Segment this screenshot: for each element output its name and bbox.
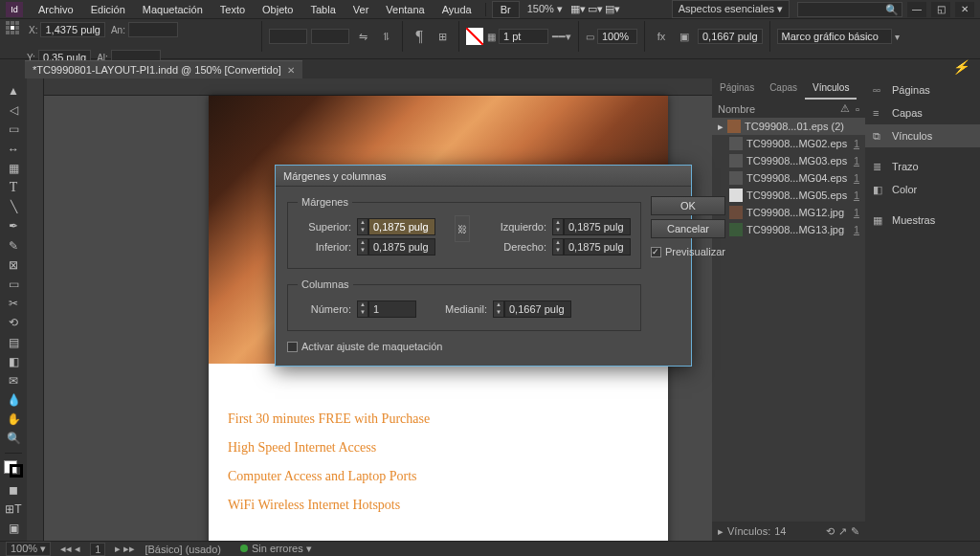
preflight-status[interactable]: Sin errores: [252, 543, 303, 554]
document-tab[interactable]: *TC9990801-LAYOUT-PI1.indd @ 150% [Conve…: [25, 60, 302, 78]
pencil-tool[interactable]: ✎: [3, 237, 24, 255]
zoom-dropdown[interactable]: 150% ▾: [522, 3, 568, 15]
cancel-button[interactable]: Cancelar: [651, 219, 725, 238]
fill-stroke-swatch[interactable]: [3, 459, 24, 478]
rect-frame-tool[interactable]: ⊠: [3, 256, 24, 274]
link-row[interactable]: TC99908...MG12.jpg1: [712, 204, 865, 221]
page-tool[interactable]: ▭: [3, 121, 24, 138]
scale-x-field[interactable]: [269, 29, 307, 44]
transform-tool[interactable]: ⟲: [3, 314, 24, 331]
ref-point-icon[interactable]: [6, 21, 23, 38]
page-number-field[interactable]: 1: [90, 543, 105, 556]
format-container-icon[interactable]: ⊞T: [3, 500, 24, 518]
fill-swatch[interactable]: [466, 28, 483, 45]
page-nav-next-icon[interactable]: ▸ ▸▸: [115, 543, 135, 555]
wrap-icon[interactable]: ▣: [675, 27, 694, 46]
ok-button[interactable]: OK: [651, 196, 725, 215]
body-text-line[interactable]: First 30 minutes FREE with Purchase: [228, 411, 430, 427]
hand-tool[interactable]: ✋: [3, 411, 24, 428]
columns-number-input[interactable]: [368, 300, 416, 318]
dock-item-color[interactable]: ◧Color: [865, 178, 980, 201]
margin-bottom-stepper[interactable]: ▲▼: [357, 238, 435, 256]
workspace-dropdown[interactable]: Aspectos esenciales ▾: [672, 0, 790, 18]
body-text-line[interactable]: High Speed Internet Access: [228, 440, 376, 456]
gradient-feather-tool[interactable]: ◧: [3, 353, 24, 370]
link-row[interactable]: TC99908...MG02.eps1: [712, 135, 865, 152]
body-text-line[interactable]: Computer Access and Laptop Ports: [228, 469, 417, 484]
menu-ayuda[interactable]: Ayuda: [434, 2, 479, 17]
disclosure-icon[interactable]: ▸: [718, 121, 724, 133]
apply-color-icon[interactable]: ◼: [3, 480, 24, 498]
margin-bottom-input[interactable]: [368, 238, 435, 256]
corner-field[interactable]: 0,1667 pulg: [698, 29, 763, 44]
link-row[interactable]: TC99908...MG03.eps1: [712, 152, 865, 169]
gutter-stepper[interactable]: ▲▼: [493, 300, 571, 318]
effects-icon[interactable]: fx: [652, 27, 671, 46]
goto-link-icon[interactable]: ↗: [838, 525, 847, 538]
margin-top-stepper[interactable]: ▲▼: [357, 218, 435, 235]
zoom-tool[interactable]: 🔍: [3, 430, 24, 447]
link-margins-icon[interactable]: ⛓: [455, 215, 470, 242]
margin-right-input[interactable]: [564, 238, 631, 256]
type-tool[interactable]: T: [3, 179, 24, 196]
eyedropper-tool[interactable]: 💧: [3, 391, 24, 409]
screen-mode-tool[interactable]: ▣: [3, 520, 24, 537]
update-link-icon[interactable]: ✎: [851, 525, 859, 538]
columns-number-stepper[interactable]: ▲▼: [357, 300, 416, 318]
panel-tab-vinculos[interactable]: Vínculos: [805, 78, 857, 100]
w-field[interactable]: [128, 22, 178, 37]
pen-tool[interactable]: ✒: [3, 217, 24, 234]
window-restore-icon[interactable]: ◱: [931, 2, 950, 17]
link-row[interactable]: TC99908...MG04.eps1: [712, 169, 865, 187]
flip-h-icon[interactable]: ⇋: [353, 27, 372, 46]
panel-tab-capas[interactable]: Capas: [762, 78, 805, 100]
link-row[interactable]: TC99908...MG13.jpg1: [712, 221, 865, 238]
menu-ventana[interactable]: Ventana: [378, 2, 432, 17]
stroke-weight-field[interactable]: 1 pt: [499, 29, 548, 44]
dialog-title[interactable]: Márgenes y columnas: [276, 166, 691, 187]
object-style-dropdown[interactable]: Marco gráfico básico: [777, 29, 892, 44]
menu-tabla[interactable]: Tabla: [302, 2, 343, 17]
dock-item-muestras[interactable]: ▦Muestras: [865, 209, 980, 232]
menu-ver[interactable]: Ver: [345, 2, 377, 17]
menu-texto[interactable]: Texto: [212, 2, 253, 17]
status-zoom-dropdown[interactable]: 100% ▾: [6, 542, 51, 556]
screen-mode-icon[interactable]: ▭▾: [588, 3, 603, 15]
links-column-name[interactable]: Nombre: [718, 103, 840, 115]
rect-tool[interactable]: ▭: [3, 276, 24, 293]
relink-icon[interactable]: ⟲: [826, 525, 835, 538]
x-field[interactable]: 1,4375 pulg: [40, 22, 105, 37]
layout-adjust-checkbox[interactable]: Activar ajuste de maquetación: [287, 341, 641, 352]
align-icon[interactable]: ⊞: [433, 27, 452, 46]
content-collector-tool[interactable]: ▦: [3, 160, 24, 177]
direct-selection-tool[interactable]: ◁: [3, 101, 24, 119]
close-tab-icon[interactable]: ✕: [287, 65, 295, 76]
dock-item-capas[interactable]: ≡Capas: [865, 101, 980, 124]
master-dropdown[interactable]: [Básico] (usado): [145, 544, 220, 555]
opacity-field[interactable]: 100%: [597, 29, 637, 44]
dock-item-paginas[interactable]: ▫▫Páginas: [865, 78, 980, 101]
scissors-tool[interactable]: ✂: [3, 295, 24, 312]
link-row[interactable]: TC99908...MG05.eps1: [712, 187, 865, 204]
menu-objeto[interactable]: Objeto: [255, 2, 301, 17]
page-nav-prev-icon[interactable]: ◂◂ ◂: [60, 543, 80, 555]
arrange-icon[interactable]: ▤▾: [605, 3, 620, 15]
margin-top-input[interactable]: [368, 218, 435, 235]
panel-tab-paginas[interactable]: Páginas: [712, 78, 762, 100]
margin-right-stepper[interactable]: ▲▼: [552, 238, 631, 256]
dock-item-trazo[interactable]: ≣Trazo: [865, 155, 980, 178]
line-tool[interactable]: ╲: [3, 198, 24, 215]
link-row[interactable]: ▸TC99908...01.eps (2): [712, 118, 865, 135]
gutter-input[interactable]: [504, 300, 571, 318]
rotate-field[interactable]: [311, 29, 349, 44]
margin-left-input[interactable]: [564, 218, 631, 235]
menu-maquetacion[interactable]: Maquetación: [135, 2, 211, 17]
note-tool[interactable]: ✉: [3, 372, 24, 389]
char-formatting-icon[interactable]: ¶: [410, 27, 429, 46]
bridge-button[interactable]: Br: [492, 1, 520, 18]
flip-v-icon[interactable]: ⥮: [376, 27, 395, 46]
stroke-style-icon[interactable]: ━━▾: [552, 27, 571, 46]
menu-archivo[interactable]: Archivo: [31, 2, 81, 17]
menu-edicion[interactable]: Edición: [83, 2, 133, 17]
window-close-icon[interactable]: ✕: [955, 2, 974, 17]
